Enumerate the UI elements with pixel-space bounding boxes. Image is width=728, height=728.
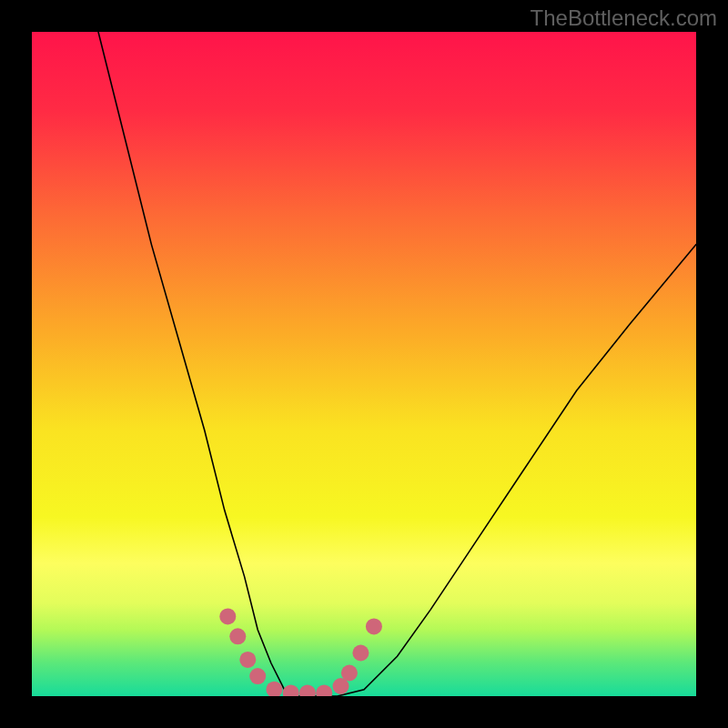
gradient-bg [32,32,696,696]
valley-dot [352,645,369,662]
valley-dot [239,652,256,668]
valley-dot [219,608,236,624]
valley-dot [249,668,266,684]
watermark-text: TheBottleneck.com [531,5,717,31]
valley-dot [366,618,382,634]
valley-dot [229,628,246,644]
valley-dot [341,665,358,682]
plot-area [32,32,696,696]
plot-svg [32,32,696,696]
chart-frame: TheBottleneck.com [0,0,728,728]
